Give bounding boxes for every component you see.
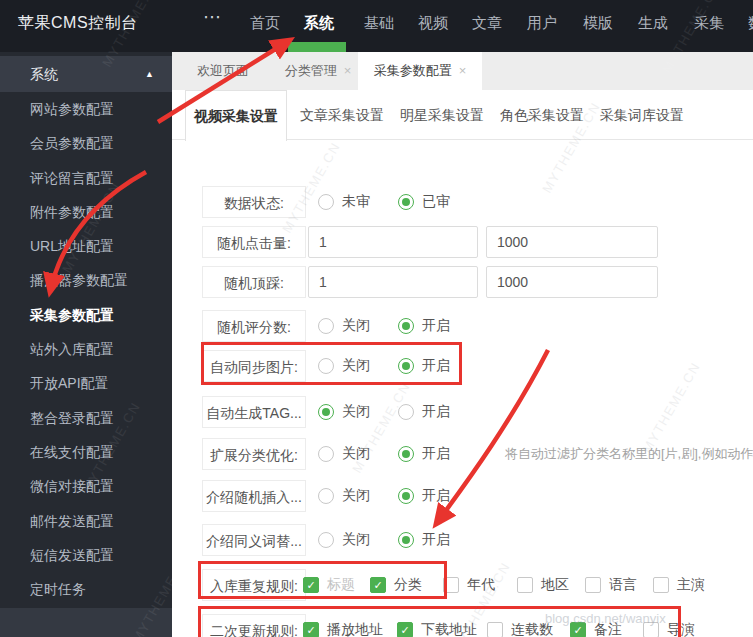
sidebar-item-collect-params[interactable]: 采集参数配置 bbox=[0, 298, 172, 332]
field-label: 随机顶踩: bbox=[202, 266, 306, 298]
checkbox-play-url[interactable]: 播放地址 bbox=[303, 614, 383, 637]
sidebar-item-member-params[interactable]: 会员参数配置 bbox=[0, 126, 172, 160]
tab-bar: 欢迎页面 分类管理× 采集参数配置× bbox=[172, 52, 753, 90]
field-label: 数据状态: bbox=[202, 186, 306, 218]
radio-tag-on[interactable]: 开启 bbox=[398, 396, 450, 428]
subtab-article-collect[interactable]: 文章采集设置 bbox=[300, 90, 378, 140]
radio-checked-icon bbox=[398, 446, 414, 462]
radio-tag-off[interactable]: 关闭 bbox=[318, 396, 370, 428]
radio-icon bbox=[398, 404, 414, 420]
form-row-auto-tag: 自动生成TAG... 关闭 开启 bbox=[172, 396, 753, 428]
radio-checked-icon bbox=[398, 488, 414, 504]
nav-item-database[interactable]: 数据库 bbox=[748, 14, 753, 33]
more-menu-icon[interactable]: ⋯ bbox=[203, 6, 221, 28]
form-row-extend-category: 扩展分类优化: 关闭 开启 将自动过滤扩分类名称里的[片,剧],例如动作片会 bbox=[172, 438, 753, 470]
radio-icon bbox=[318, 358, 334, 374]
subtab-role-collect[interactable]: 角色采集设置 bbox=[500, 90, 578, 140]
radio-checked-icon bbox=[398, 194, 414, 210]
sidebar-item-attach-params[interactable]: 附件参数配置 bbox=[0, 195, 172, 229]
tab-category-manage[interactable]: 分类管理× bbox=[266, 52, 370, 90]
field-label: 介绍随机插入... bbox=[202, 480, 306, 512]
checkbox-icon bbox=[487, 622, 503, 637]
close-icon[interactable]: × bbox=[344, 63, 352, 78]
checkbox-remarks[interactable]: 备注 bbox=[570, 614, 622, 637]
radio-icon bbox=[318, 318, 334, 334]
form-row-intro-insert: 介绍随机插入... 关闭 开启 bbox=[172, 480, 753, 512]
sidebar-item-url-config[interactable]: URL地址配置 bbox=[0, 229, 172, 263]
radio-checked-icon bbox=[398, 532, 414, 548]
checkbox-checked-icon bbox=[370, 577, 386, 593]
radio-sync-off[interactable]: 关闭 bbox=[318, 350, 370, 382]
radio-checked-icon bbox=[398, 358, 414, 374]
form-row-data-status: 数据状态: 未审 已审 bbox=[172, 186, 753, 218]
form-row-auto-sync-images: 自动同步图片: 关闭 开启 bbox=[172, 350, 753, 382]
radio-score-off[interactable]: 关闭 bbox=[318, 310, 370, 342]
checkbox-category[interactable]: 分类 bbox=[370, 569, 422, 601]
sidebar-item-login-config[interactable]: 整合登录配置 bbox=[0, 401, 172, 435]
radio-icon bbox=[318, 194, 334, 210]
sidebar-item-wechat-config[interactable]: 微信对接配置 bbox=[0, 469, 172, 503]
sidebar-item-sms-config[interactable]: 短信发送配置 bbox=[0, 538, 172, 572]
checkbox-icon bbox=[643, 622, 659, 637]
nav-item-home[interactable]: 首页 bbox=[250, 14, 280, 33]
updown-min-input[interactable] bbox=[308, 266, 478, 298]
checkbox-checked-icon bbox=[303, 622, 319, 637]
radio-insert-on[interactable]: 开启 bbox=[398, 480, 450, 512]
form-row-random-score: 随机评分数: 关闭 开启 bbox=[172, 310, 753, 342]
checkbox-checked-icon bbox=[570, 622, 586, 637]
sidebar-section-system[interactable]: 系统 ▲ bbox=[0, 56, 172, 92]
radio-score-on[interactable]: 开启 bbox=[398, 310, 450, 342]
nav-item-template[interactable]: 模版 bbox=[583, 14, 613, 33]
sidebar-item-comment-config[interactable]: 评论留言配置 bbox=[0, 161, 172, 195]
nav-item-video[interactable]: 视频 bbox=[418, 14, 448, 33]
radio-insert-off[interactable]: 关闭 bbox=[318, 480, 370, 512]
field-label: 入库重复规则: bbox=[202, 569, 306, 601]
hits-min-input[interactable] bbox=[308, 226, 478, 258]
subtab-word-collect[interactable]: 采集词库设置 bbox=[600, 90, 678, 140]
checkbox-language[interactable]: 语言 bbox=[585, 569, 637, 601]
subtab-star-collect[interactable]: 明星采集设置 bbox=[400, 90, 478, 140]
radio-synonym-on[interactable]: 开启 bbox=[398, 524, 450, 556]
nav-item-generate[interactable]: 生成 bbox=[638, 14, 668, 33]
tab-collect-params[interactable]: 采集参数配置× bbox=[358, 52, 482, 90]
nav-item-basic[interactable]: 基础 bbox=[364, 14, 394, 33]
nav-item-system[interactable]: 系统 bbox=[304, 14, 334, 33]
checkbox-actor[interactable]: 主演 bbox=[653, 569, 705, 601]
sidebar-item-payment-config[interactable]: 在线支付配置 bbox=[0, 435, 172, 469]
nav-item-collect[interactable]: 采集 bbox=[694, 14, 724, 33]
checkbox-area[interactable]: 地区 bbox=[517, 569, 569, 601]
sidebar-footer-row bbox=[0, 608, 172, 637]
sidebar-item-open-api[interactable]: 开放API配置 bbox=[0, 366, 172, 400]
field-label: 随机评分数: bbox=[202, 310, 306, 342]
checkbox-title[interactable]: 标题 bbox=[303, 569, 355, 601]
sidebar-item-player-params[interactable]: 播放器参数配置 bbox=[0, 263, 172, 297]
checkbox-year[interactable]: 年代 bbox=[443, 569, 495, 601]
radio-extend-off[interactable]: 关闭 bbox=[318, 438, 370, 470]
form-row-repeat-rule: 入库重复规则: 标题 分类 年代 地区 语言 bbox=[172, 569, 753, 601]
sidebar-item-offsite-config[interactable]: 站外入库配置 bbox=[0, 332, 172, 366]
sidebar-item-site-params[interactable]: 网站参数配置 bbox=[0, 92, 172, 126]
tab-welcome[interactable]: 欢迎页面 bbox=[180, 52, 266, 90]
checkbox-director[interactable]: 导演 bbox=[643, 614, 695, 637]
field-label: 介绍同义词替... bbox=[202, 524, 306, 556]
close-icon[interactable]: × bbox=[459, 63, 467, 78]
checkbox-download-url[interactable]: 下载地址 bbox=[397, 614, 477, 637]
nav-item-user[interactable]: 用户 bbox=[527, 14, 557, 33]
checkbox-serial-count[interactable]: 连载数 bbox=[487, 614, 553, 637]
radio-synonym-off[interactable]: 关闭 bbox=[318, 524, 370, 556]
radio-checked-icon bbox=[318, 404, 334, 420]
sidebar-item-cron-tasks[interactable]: 定时任务 bbox=[0, 572, 172, 606]
radio-audited[interactable]: 已审 bbox=[398, 186, 450, 218]
nav-item-article[interactable]: 文章 bbox=[472, 14, 502, 33]
sidebar-section-title: 系统 bbox=[30, 66, 58, 82]
radio-extend-on[interactable]: 开启 bbox=[398, 438, 450, 470]
updown-max-input[interactable] bbox=[486, 266, 658, 298]
radio-unaudited[interactable]: 未审 bbox=[318, 186, 370, 218]
hits-max-input[interactable] bbox=[486, 226, 658, 258]
radio-sync-on[interactable]: 开启 bbox=[398, 350, 450, 382]
field-label: 二次更新规则: bbox=[202, 614, 306, 637]
active-nav-indicator bbox=[288, 42, 346, 52]
subtab-video-collect[interactable]: 视频采集设置 bbox=[185, 90, 287, 141]
field-label: 扩展分类优化: bbox=[202, 438, 306, 470]
sidebar-item-email-config[interactable]: 邮件发送配置 bbox=[0, 504, 172, 538]
